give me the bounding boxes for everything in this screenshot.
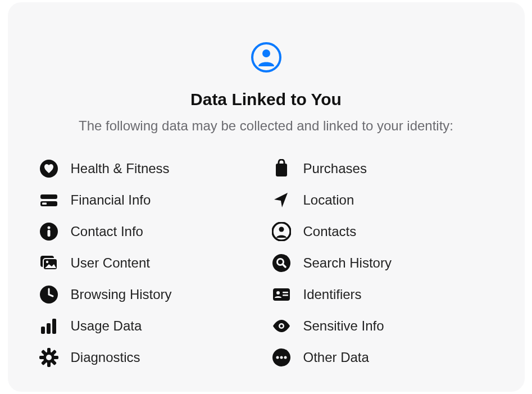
svg-point-32 [46, 355, 52, 360]
item-sensitive-info: Sensitive Info [272, 316, 493, 336]
privacy-card: Data Linked to You The following data ma… [8, 2, 525, 392]
info-icon [39, 222, 58, 241]
item-label: Search History [303, 255, 392, 271]
item-location: Location [272, 191, 493, 210]
item-label: User Content [71, 255, 150, 271]
item-label: Location [303, 192, 354, 208]
item-label: Usage Data [71, 318, 142, 334]
item-label: Purchases [303, 161, 367, 176]
gear-icon [39, 348, 58, 367]
photos-icon [39, 253, 58, 273]
item-usage-data: Usage Data [39, 316, 261, 336]
item-label: Health & Fitness [71, 161, 170, 176]
svg-rect-5 [42, 203, 47, 205]
contacts-icon [272, 222, 291, 241]
svg-rect-24 [52, 319, 56, 334]
svg-rect-22 [41, 327, 45, 334]
item-label: Browsing History [71, 287, 172, 302]
item-health-fitness: Health & Fitness [39, 159, 261, 178]
item-label: Diagnostics [71, 350, 140, 365]
item-label: Contact Info [71, 224, 143, 239]
item-other-data: Other Data [272, 348, 493, 367]
heart-icon [39, 159, 58, 178]
item-label: Identifiers [303, 287, 362, 302]
item-identifiers: Identifiers [272, 285, 493, 304]
svg-point-19 [276, 291, 280, 295]
data-categories-grid: Health & Fitness Purchases Financial Inf… [39, 159, 493, 367]
svg-point-35 [280, 356, 283, 359]
svg-point-1 [262, 49, 270, 57]
svg-rect-21 [283, 295, 288, 296]
search-circle-icon [272, 253, 291, 273]
svg-rect-3 [40, 194, 57, 199]
item-label: Contacts [303, 224, 357, 239]
person-circle-icon [251, 42, 282, 73]
item-browsing-history: Browsing History [39, 285, 261, 304]
ellipsis-circle-icon [272, 348, 291, 367]
chart-bar-icon [39, 316, 58, 336]
item-user-content: User Content [39, 253, 261, 273]
item-diagnostics: Diagnostics [39, 348, 261, 367]
clock-icon [39, 285, 58, 304]
svg-rect-8 [47, 230, 50, 237]
page-title: Data Linked to You [190, 90, 342, 109]
bag-icon [272, 159, 291, 178]
eye-icon [272, 316, 291, 336]
svg-point-14 [272, 254, 290, 272]
svg-rect-23 [47, 323, 51, 334]
header: Data Linked to You The following data ma… [39, 42, 493, 134]
svg-point-26 [280, 325, 283, 328]
item-label: Sensitive Info [303, 318, 384, 334]
creditcard-icon [39, 191, 58, 210]
svg-point-7 [47, 227, 50, 229]
svg-point-13 [46, 261, 48, 263]
svg-point-10 [279, 227, 284, 232]
page-subtitle: The following data may be collected and … [79, 117, 453, 134]
item-financial-info: Financial Info [39, 191, 261, 210]
item-contact-info: Contact Info [39, 222, 261, 241]
item-label: Other Data [303, 350, 369, 365]
location-arrow-icon [272, 191, 291, 210]
item-label: Financial Info [71, 192, 151, 208]
svg-point-36 [284, 356, 287, 359]
item-purchases: Purchases [272, 159, 493, 178]
svg-point-34 [276, 356, 279, 359]
id-card-icon [272, 285, 291, 304]
item-contacts: Contacts [272, 222, 493, 241]
item-search-history: Search History [272, 253, 493, 273]
svg-rect-20 [283, 292, 288, 293]
